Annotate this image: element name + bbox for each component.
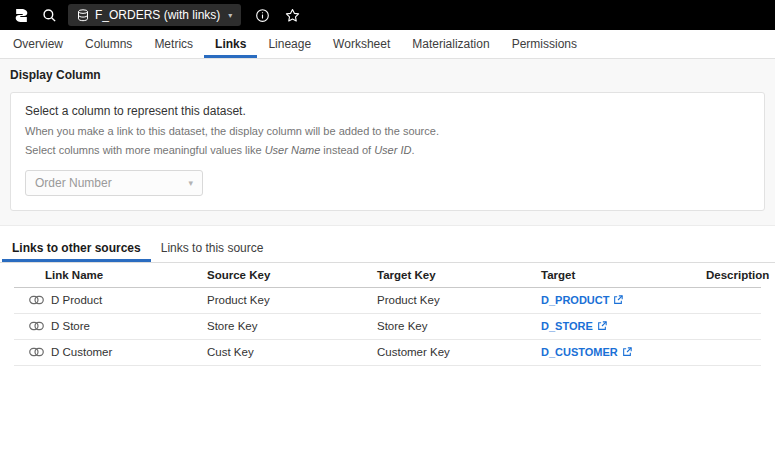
source-key: Cust Key [207, 346, 377, 358]
source-key: Store Key [207, 320, 377, 332]
tab-links[interactable]: Links [204, 30, 257, 58]
tab-links-to-this-source[interactable]: Links to this source [151, 235, 274, 262]
display-column-description-1: When you make a link to this dataset, th… [25, 124, 750, 140]
info-button[interactable] [249, 3, 275, 27]
display-column-heading: Display Column [10, 68, 765, 82]
col-header-target-key: Target Key [377, 269, 541, 281]
table-row[interactable]: D Store Store Key Store Key D_STORE [14, 314, 761, 340]
database-icon [77, 9, 89, 22]
col-header-description: Description [706, 269, 769, 281]
dataset-selector[interactable]: F_ORDERS (with links) ▾ [68, 4, 241, 26]
col-header-target: Target [541, 269, 706, 281]
link-name: D Customer [51, 346, 112, 358]
app-logo-button[interactable] [8, 3, 34, 27]
search-button[interactable] [36, 3, 62, 27]
display-column-dropdown[interactable]: Order Number ▾ [25, 170, 203, 196]
chevron-down-icon: ▾ [188, 178, 193, 188]
display-column-title: Select a column to represent this datase… [25, 104, 750, 118]
display-column-dropdown-value: Order Number [35, 176, 112, 190]
search-icon [42, 8, 57, 23]
table-header-row: Link Name Source Key Target Key Target D… [14, 263, 761, 288]
tab-permissions[interactable]: Permissions [501, 30, 588, 58]
link-name: D Product [51, 294, 102, 306]
topbar: F_ORDERS (with links) ▾ [0, 0, 775, 30]
chain-link-icon [29, 347, 44, 357]
favorite-button[interactable] [279, 3, 305, 27]
col-header-source-key: Source Key [207, 269, 377, 281]
sigma-logo-icon [14, 8, 29, 23]
tab-links-to-other-sources[interactable]: Links to other sources [2, 235, 151, 262]
links-table: Link Name Source Key Target Key Target D… [14, 263, 761, 366]
chevron-down-icon: ▾ [228, 11, 232, 20]
tab-columns[interactable]: Columns [74, 30, 143, 58]
target-dataset-link[interactable]: D_STORE [541, 320, 607, 332]
source-key: Product Key [207, 294, 377, 306]
tab-lineage[interactable]: Lineage [257, 30, 322, 58]
target-dataset-link[interactable]: D_CUSTOMER [541, 346, 632, 358]
table-row[interactable]: D Customer Cust Key Customer Key D_CUSTO… [14, 340, 761, 366]
external-link-icon [613, 295, 623, 305]
link-name: D Store [51, 320, 90, 332]
tab-overview[interactable]: Overview [2, 30, 74, 58]
info-icon [255, 8, 270, 23]
main-nav-tabs: Overview Columns Metrics Links Lineage W… [0, 30, 775, 59]
target-key: Store Key [377, 320, 541, 332]
external-link-icon [622, 347, 632, 357]
display-column-description-2: Select columns with more meaningful valu… [25, 143, 750, 159]
tab-materialization[interactable]: Materialization [401, 30, 500, 58]
chain-link-icon [29, 321, 44, 331]
display-column-section: Display Column Select a column to repres… [0, 59, 775, 226]
links-sub-tabs: Links to other sources Links to this sou… [0, 235, 775, 263]
external-link-icon [597, 321, 607, 331]
tab-metrics[interactable]: Metrics [143, 30, 204, 58]
chain-link-icon [29, 295, 44, 305]
col-header-link-name: Link Name [14, 269, 207, 281]
display-column-card: Select a column to represent this datase… [10, 92, 765, 211]
target-key: Product Key [377, 294, 541, 306]
target-dataset-link[interactable]: D_PRODUCT [541, 294, 623, 306]
star-icon [285, 8, 300, 23]
tab-worksheet[interactable]: Worksheet [322, 30, 401, 58]
dataset-name: F_ORDERS (with links) [95, 8, 220, 22]
target-key: Customer Key [377, 346, 541, 358]
table-row[interactable]: D Product Product Key Product Key D_PROD… [14, 288, 761, 314]
